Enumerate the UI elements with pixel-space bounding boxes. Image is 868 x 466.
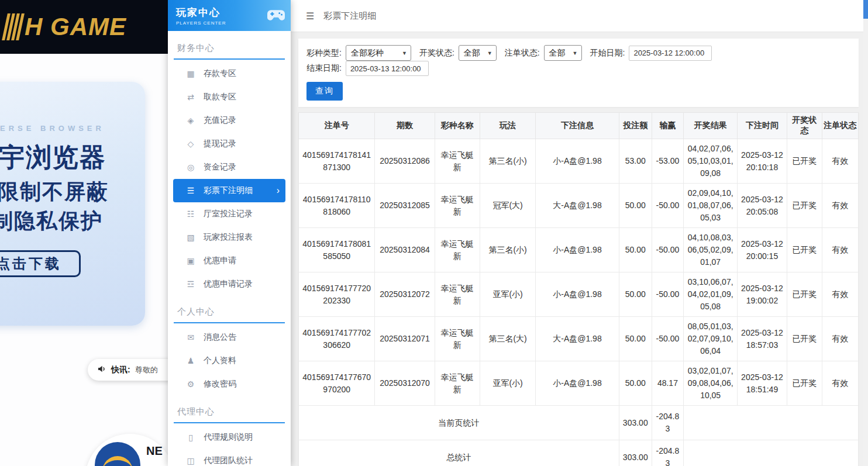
table-row: 40156917417772020233020250312072幸运飞艇新亚军(… (299, 272, 859, 317)
sidebar-item-label: 提现记录 (204, 139, 236, 149)
column-header: 期数 (375, 113, 435, 139)
table-cell: 第三名(大) (480, 317, 535, 361)
team-logo-icon (95, 442, 140, 466)
sidebar-item-deposit-zone[interactable]: ▦存款专区 (173, 62, 285, 85)
sidebar-item-hall-bet-records[interactable]: ☷厅室投注记录 (173, 202, 285, 226)
table-cell: 2025-03-12 20:05:08 (738, 184, 787, 228)
sidebar-item-promo-apply-records[interactable]: ☲优惠申请记录 (173, 272, 285, 296)
table-cell: -50.00 (652, 228, 683, 272)
filter-panel: 彩种类型: 全部彩种 ▼ 开奖状态: 全部 ▼ (298, 39, 859, 107)
table-cell: 401569174177720202330 (299, 272, 375, 317)
content-area: 彩种类型: 全部彩种 ▼ 开奖状态: 全部 ▼ (291, 32, 868, 466)
table-cell: 401569174178110818060 (299, 184, 375, 228)
table-row: 40156917417811081806020250312085幸运飞艇新冠军(… (299, 184, 859, 228)
table-cell: 幸运飞艇新 (435, 317, 480, 361)
table-cell: 50.00 (619, 184, 652, 228)
table-cell: 401569174178081585050 (299, 228, 375, 272)
promo-icon: ▣ (186, 256, 195, 265)
table-cell: 冠军(大) (480, 184, 535, 228)
gear-icon: ⚙ (186, 379, 195, 389)
table-cell: 50.00 (619, 272, 652, 317)
table-cell: 08,05,01,03,02,07,09,10,06,04 (684, 317, 738, 361)
table-cell: 50.00 (619, 228, 652, 272)
sidebar-item-withdraw-zone[interactable]: ⇄取款专区 (173, 85, 285, 109)
table-cell: 20250312071 (375, 317, 435, 361)
table-cell: 401569174177670970200 (299, 361, 375, 406)
table-cell: 2025-03-12 20:10:18 (738, 139, 787, 184)
table-cell: 20250312086 (375, 139, 435, 184)
download-button[interactable]: 点击下载 (0, 250, 81, 277)
sidebar-item-player-bet-report[interactable]: ▧玩家投注报表 (173, 226, 285, 249)
column-header: 输赢 (652, 113, 683, 139)
sidebar-item-funds-records[interactable]: ◎资金记录 (173, 156, 285, 179)
table-cell: 53.00 (619, 139, 652, 184)
sidebar-item-label: 代理规则说明 (204, 432, 253, 443)
sidebar-title: 玩家中心 (176, 6, 226, 19)
select-value: 全部 (464, 48, 480, 58)
report-icon: ▧ (186, 233, 195, 242)
scrollbar-thumb[interactable] (863, 0, 868, 19)
table-cell: 大-A盘@1.98 (536, 184, 619, 228)
table-cell: 小-A盘@1.98 (536, 139, 619, 184)
start-date-label: 开始日期: (590, 48, 625, 58)
announcement-bell-icon: ✉ (186, 333, 195, 342)
end-date-input[interactable] (346, 61, 429, 76)
sidebar-item-withdrawal-records[interactable]: ◇提现记录 (173, 132, 285, 156)
menu-toggle-icon[interactable]: ☰ (306, 11, 314, 22)
table-cell: 有效 (822, 272, 858, 317)
lottery-type-select[interactable]: 全部彩种 ▼ (346, 45, 411, 61)
column-header: 下注时间 (738, 113, 787, 139)
sidebar-item-label: 消息公告 (204, 332, 236, 343)
order-status-group: 注单状态: 全部 ▼ (505, 45, 582, 61)
lottery-type-group: 彩种类型: 全部彩种 ▼ (306, 45, 411, 61)
summary-label: 总统计 (299, 440, 619, 466)
sidebar-item-change-password[interactable]: ⚙修改密码 (173, 372, 285, 396)
sidebar-item-label: 个人资料 (204, 355, 236, 366)
sidebar-item-label: 厅室投注记录 (204, 209, 253, 219)
sidebar-item-profile[interactable]: ♟个人资料 (173, 349, 285, 372)
summary-filler (684, 406, 859, 440)
bet-table-card: 注单号期数彩种名称玩法下注信息投注额输赢开奖结果下注时间开奖状态注单状态 401… (298, 112, 859, 466)
search-button[interactable]: 查询 (306, 82, 343, 101)
table-cell: 有效 (822, 184, 858, 228)
table-cell: 幸运飞艇新 (435, 272, 480, 317)
table-cell: 幸运飞艇新 (435, 184, 480, 228)
site-logo: H GAME (5, 13, 126, 40)
column-header: 注单号 (299, 113, 375, 139)
table-cell: 2025-03-12 20:00:15 (738, 228, 787, 272)
team-text: NE (146, 444, 163, 458)
sidebar-item-lottery-bet-details[interactable]: ☰彩票下注明细› (173, 179, 285, 202)
table-cell: 有效 (822, 139, 858, 184)
summary-label: 当前页统计 (299, 406, 619, 440)
sidebar-item-agent-rules[interactable]: ▯代理规则说明 (173, 426, 285, 449)
table-cell: 02,09,04,10,01,08,07,06,05,03 (684, 184, 738, 228)
table-header-row: 注单号期数彩种名称玩法下注信息投注额输赢开奖结果下注时间开奖状态注单状态 (299, 113, 859, 139)
scrollbar-track[interactable] (863, 0, 868, 466)
bet-table: 注单号期数彩种名称玩法下注信息投注额输赢开奖结果下注时间开奖状态注单状态 401… (298, 112, 859, 466)
draw-status-select[interactable]: 全部 ▼ (459, 45, 497, 61)
sidebar-item-agent-team-stats[interactable]: ◫代理团队统计 (173, 449, 285, 466)
content-topbar: ☰ 彩票下注明细 (291, 0, 868, 32)
table-cell: 有效 (822, 317, 858, 361)
summary-row: 当前页统计303.00-204.83 (299, 406, 859, 440)
table-row: 40156917417767097020020250312070幸运飞艇新亚军(… (299, 361, 859, 406)
order-status-select[interactable]: 全部 ▼ (544, 45, 582, 61)
sidebar-item-label: 玩家投注报表 (204, 232, 253, 243)
table-cell: 已开奖 (787, 317, 822, 361)
sidebar-section-title: 个人中心 (174, 303, 285, 323)
table-cell: 亚军(小) (480, 361, 535, 406)
sidebar-item-recharge-records[interactable]: ◈充值记录 (173, 109, 285, 132)
promo-headline-2: 限制不屏蔽 (0, 178, 109, 206)
sidebar-subtitle: PLAYERS CENTER (176, 20, 226, 26)
sidebar-item-promo-apply[interactable]: ▣优惠申请 (173, 249, 285, 272)
column-header: 下注信息 (536, 113, 619, 139)
start-date-input[interactable] (629, 46, 712, 61)
screen: H GAME ERSE BROWSER 宇浏览器 限制不屏蔽 制隐私保护 点击下… (0, 0, 868, 466)
select-value: 全部 (549, 48, 566, 58)
sidebar-item-label: 充值记录 (204, 115, 236, 126)
start-date-group: 开始日期: (590, 46, 712, 61)
sidebar-item-label: 资金记录 (204, 162, 236, 172)
sidebar-item-announcements[interactable]: ✉消息公告 (173, 326, 285, 349)
table-cell: 大-A盘@1.98 (536, 317, 619, 361)
table-cell: 已开奖 (787, 361, 822, 406)
